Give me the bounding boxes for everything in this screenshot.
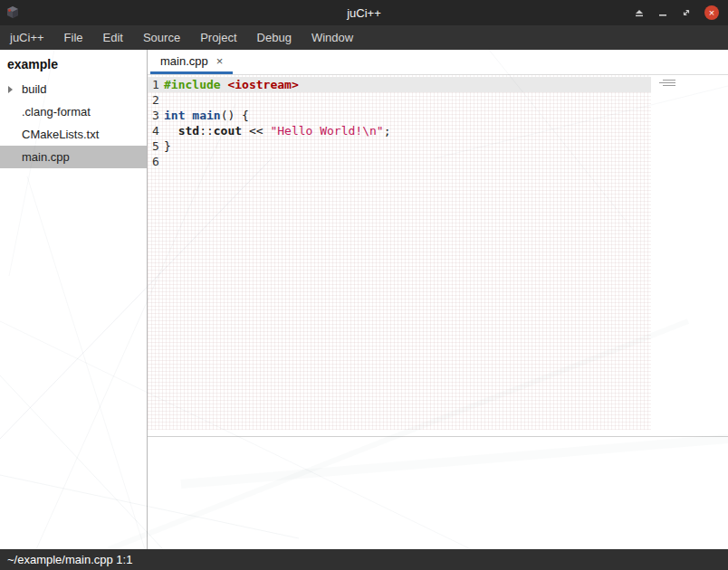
tab-main-cpp[interactable]: main.cpp ×	[150, 50, 233, 74]
keep-above-icon[interactable]	[634, 7, 645, 18]
line-number: 1	[152, 77, 160, 92]
code-line[interactable]: 2	[148, 92, 728, 108]
line-number: 5	[152, 138, 160, 154]
code-line[interactable]: 4 std::cout << "Hello World!\n";	[148, 123, 728, 138]
expander-triangle-icon[interactable]	[8, 86, 13, 93]
app-icon[interactable]	[5, 5, 20, 20]
line-number: 6	[152, 154, 160, 169]
sidebar-item-cmakelists-txt[interactable]: CMakeLists.txt	[0, 123, 147, 146]
statusbar: ~/example/main.cpp 1:1	[0, 549, 728, 570]
code-line[interactable]: 1#include <iostream>	[148, 77, 651, 92]
restore-icon[interactable]	[681, 7, 692, 18]
line-number: 3	[152, 108, 160, 123]
code-line[interactable]: 5}	[148, 138, 728, 154]
code-line[interactable]: 6	[148, 154, 728, 169]
sidebar-item-clang-format[interactable]: .clang-format	[0, 100, 147, 123]
menu-item-project[interactable]: Project	[190, 25, 246, 50]
code-editor[interactable]: 1#include <iostream>23int main() {4 std:…	[148, 75, 728, 437]
main-content: example build.clang-formatCMakeLists.txt…	[0, 50, 728, 549]
minimize-icon[interactable]	[657, 7, 668, 18]
menu-item-file[interactable]: File	[54, 25, 93, 50]
code-text: #include <iostream>	[164, 77, 299, 92]
menu-item-source[interactable]: Source	[133, 25, 190, 50]
menubar: juCi++FileEditSourceProjectDebugWindow	[0, 25, 728, 50]
statusbar-path: ~/example/main.cpp 1:1	[7, 553, 132, 566]
code-text: std::cout << "Hello World!\n";	[164, 123, 390, 138]
menu-item-juci[interactable]: juCi++	[0, 25, 54, 50]
editor-column: main.cpp × 1#include <iostream>23int mai…	[148, 50, 728, 549]
tab-close-icon[interactable]: ×	[216, 55, 224, 67]
sidebar-item-main-cpp[interactable]: main.cpp	[0, 146, 147, 168]
tabbar: main.cpp ×	[148, 50, 728, 75]
code-text: }	[164, 138, 171, 154]
code-lines: 1#include <iostream>23int main() {4 std:…	[148, 77, 728, 169]
titlebar: juCi++ ×	[0, 0, 728, 25]
sidebar-item-label: main.cpp	[22, 150, 70, 164]
window-controls: ×	[634, 5, 728, 20]
sidebar-item-build[interactable]: build	[0, 78, 147, 100]
code-line[interactable]: 3int main() {	[148, 108, 728, 123]
sidebar-item-label: CMakeLists.txt	[22, 128, 99, 141]
close-icon[interactable]: ×	[704, 5, 719, 20]
code-text: int main() {	[164, 108, 249, 123]
menu-item-debug[interactable]: Debug	[247, 25, 302, 50]
line-number: 4	[152, 123, 160, 138]
tab-label: main.cpp	[160, 54, 208, 68]
sidebar-item-label: build	[22, 82, 46, 96]
line-number: 2	[152, 92, 160, 108]
file-tree-items: build.clang-formatCMakeLists.txtmain.cpp	[0, 78, 147, 168]
output-pane[interactable]	[148, 437, 728, 549]
menu-item-window[interactable]: Window	[302, 25, 363, 50]
sidebar-item-label: .clang-format	[22, 105, 91, 119]
file-tree-sidebar: example build.clang-formatCMakeLists.txt…	[0, 50, 148, 549]
window-title: juCi++	[0, 6, 728, 20]
menu-item-edit[interactable]: Edit	[93, 25, 133, 50]
project-root-label: example	[0, 52, 147, 78]
